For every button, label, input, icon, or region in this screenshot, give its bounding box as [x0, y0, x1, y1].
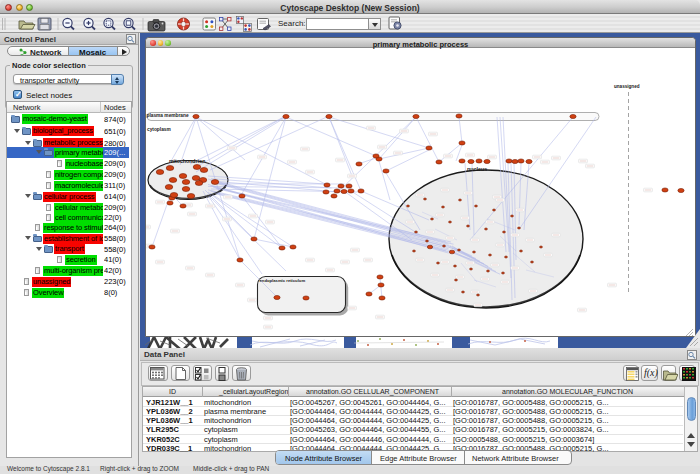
svg-text:nucleus: nucleus [467, 166, 487, 172]
svg-text:cytoplasm: cytoplasm [147, 127, 171, 132]
svg-text:unassigned: unassigned [614, 84, 640, 89]
svg-text:plasma membrane: plasma membrane [147, 113, 189, 118]
svg-text:mitochondrion: mitochondrion [169, 158, 205, 164]
svg-text:endoplasmic reticulum: endoplasmic reticulum [260, 278, 306, 283]
